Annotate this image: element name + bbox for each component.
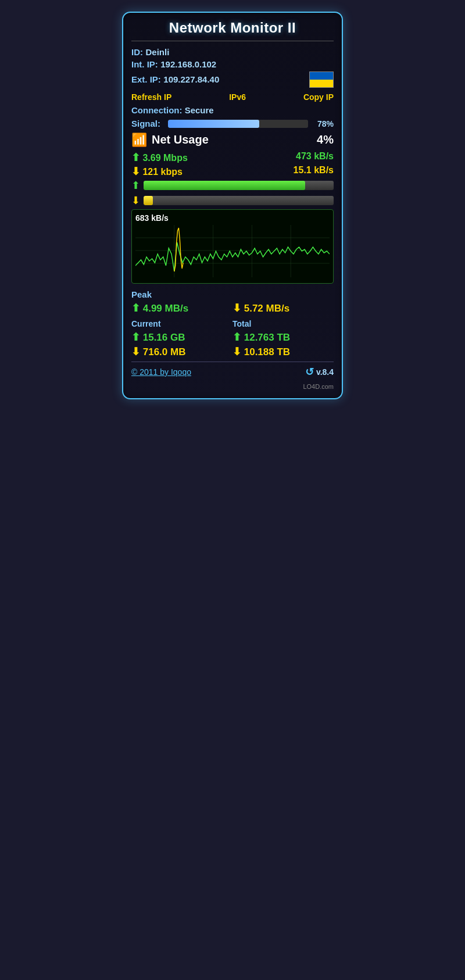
net-usage-label: Net Usage (152, 133, 312, 146)
current-upload: ⬆ 15.16 GB (131, 331, 233, 344)
total-upload: ⬆ 12.763 TB (233, 331, 334, 344)
int-ip-value: 192.168.0.102 (160, 59, 216, 69)
id-row: ID: Deinli (131, 47, 334, 58)
peak-upload: ⬆ 4.99 MB/s (131, 302, 233, 314)
footer-row: © 2011 by Iqoqo ↺ v.8.4 (131, 362, 334, 378)
flag-blue-stripe (310, 72, 333, 80)
total-upload-value: 12.763 TB (244, 332, 290, 343)
current-download-arrow: ⬇ (131, 346, 140, 357)
signal-row: Signal: 78% (131, 119, 334, 128)
upload-bar-fill (144, 181, 305, 190)
watermark: LO4D.com (131, 383, 334, 390)
flag-yellow-stripe (310, 80, 333, 87)
info-section: ID: Deinli Int. IP: 192.168.0.102 Ext. I… (131, 47, 334, 88)
version-value: v.8.4 (316, 367, 334, 377)
country-flag (309, 71, 334, 88)
action-row: Refresh IP IPv6 Copy IP (131, 92, 334, 102)
download-speed-kbps: ⬇ 121 kbps (131, 165, 183, 178)
current-label: Current (131, 319, 233, 328)
download-bar-fill (144, 196, 153, 205)
signal-label: Signal: (131, 119, 163, 128)
upload-arrow-icon: ⬆ (131, 152, 140, 163)
copy-ip-button[interactable]: Copy IP (303, 92, 334, 102)
download-arrow-icon: ⬇ (131, 166, 140, 177)
connection-row: Connection: Secure (131, 105, 334, 115)
current-download: ⬇ 716.0 MB (131, 345, 233, 358)
ext-ip-label: Ext. IP: (131, 74, 161, 84)
upload-mbps-value: 3.69 Mbps (142, 153, 187, 163)
version-info: ↺ v.8.4 (305, 366, 334, 378)
upload-bar-row: ⬆ (131, 179, 334, 192)
graph-section: 683 kB/s (131, 209, 334, 284)
connection-value: Secure (185, 105, 214, 115)
signal-percent: 78% (313, 119, 334, 128)
upload-speed-kbs: 473 kB/s (296, 151, 334, 164)
peak-upload-value: 4.99 MB/s (143, 303, 188, 314)
network-monitor-widget: Network Monitor II ID: Deinli Int. IP: 1… (122, 12, 343, 399)
current-upload-arrow: ⬆ (131, 331, 140, 343)
peak-download: ⬇ 5.72 MB/s (233, 302, 334, 314)
total-download-arrow: ⬇ (233, 346, 241, 357)
current-download-value: 716.0 MB (143, 346, 186, 357)
download-bar-container (144, 196, 334, 205)
upload-data-row: ⬆ 15.16 GB ⬆ 12.763 TB (131, 331, 334, 344)
download-bar-arrow-icon: ⬇ (131, 194, 140, 207)
connection-label: Connection: (131, 105, 183, 115)
net-usage-row: 📶 Net Usage 4% (131, 133, 334, 146)
peak-title: Peak (131, 289, 334, 299)
peak-download-arrow: ⬇ (233, 302, 241, 314)
refresh-icon: ↺ (305, 366, 314, 378)
network-graph (135, 225, 330, 277)
id-label: ID: (131, 47, 143, 57)
ext-ip-text: Ext. IP: 109.227.84.40 (131, 74, 219, 85)
int-ip-label: Int. IP: (131, 59, 158, 69)
current-upload-value: 15.16 GB (143, 332, 185, 343)
ext-ip-row: Ext. IP: 109.227.84.40 (131, 71, 334, 88)
signal-bar-fill (168, 120, 259, 128)
int-ip-row: Int. IP: 192.168.0.102 (131, 59, 334, 70)
peak-row: ⬆ 4.99 MB/s ⬇ 5.72 MB/s (131, 302, 334, 314)
upload-speed-row: ⬆ 3.69 Mbps 473 kB/s (131, 151, 334, 164)
peak-upload-arrow: ⬆ (131, 302, 140, 314)
current-total-labels: Current Total (131, 319, 334, 328)
total-download: ⬇ 10.188 TB (233, 345, 334, 358)
download-bar-row: ⬇ (131, 194, 334, 207)
ipv6-button[interactable]: IPv6 (229, 92, 246, 102)
signal-bar-container (168, 120, 308, 128)
app-title: Network Monitor II (131, 20, 334, 41)
download-data-row: ⬇ 716.0 MB ⬇ 10.188 TB (131, 345, 334, 358)
upload-speed-mbps: ⬆ 3.69 Mbps (131, 151, 188, 164)
total-upload-arrow: ⬆ (233, 331, 241, 343)
upload-bar-container (144, 181, 334, 190)
wifi-icon: 📶 (131, 134, 147, 146)
download-speed-row: ⬇ 121 kbps 15.1 kB/s (131, 165, 334, 178)
flag-inner (310, 72, 333, 87)
footer-link[interactable]: © 2011 by Iqoqo (131, 367, 191, 377)
download-kbps-value: 121 kbps (142, 167, 182, 177)
peak-download-value: 5.72 MB/s (244, 303, 289, 314)
download-speed-kbs: 15.1 kB/s (294, 165, 334, 178)
ext-ip-value: 109.227.84.40 (163, 74, 219, 84)
graph-label: 683 kB/s (135, 213, 330, 223)
refresh-ip-button[interactable]: Refresh IP (131, 92, 171, 102)
net-usage-percent: 4% (317, 133, 334, 146)
peak-section: Peak ⬆ 4.99 MB/s ⬇ 5.72 MB/s (131, 289, 334, 314)
total-download-value: 10.188 TB (244, 346, 290, 357)
upload-bar-arrow-icon: ⬆ (131, 179, 140, 192)
id-value: Deinli (145, 47, 169, 57)
total-label: Total (233, 319, 334, 328)
